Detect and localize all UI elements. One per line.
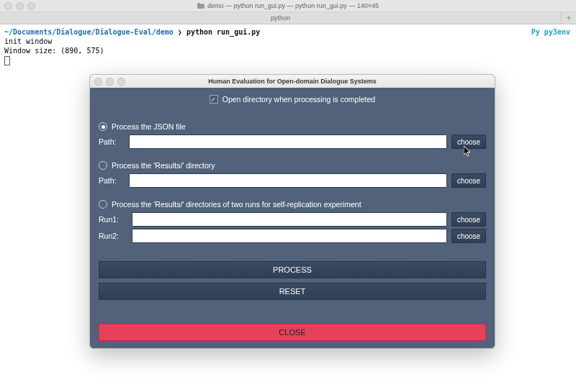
section-results: Process the 'Results/' directory Path: c… <box>99 161 486 190</box>
gui-body: ✓ Open directory when processing is comp… <box>90 88 495 348</box>
radio-replication-row[interactable]: Process the 'Results/' directories of tw… <box>99 200 486 209</box>
terminal-tab-label: python <box>271 14 290 22</box>
json-path-input[interactable] <box>129 135 447 149</box>
open-dir-label: Open directory when processing is comple… <box>222 95 375 104</box>
gui-traffic-lights[interactable] <box>94 78 125 86</box>
radio-json[interactable] <box>99 122 107 131</box>
run1-label: Run1: <box>99 215 127 224</box>
prompt-command: python run_gui.py <box>186 28 260 36</box>
terminal-tabbar: python + <box>0 12 576 24</box>
terminal-line-prompt: ~/Documents/Dialogue/Dialogue-Eval/demo … <box>4 27 572 37</box>
run2-label: Run2: <box>99 232 127 240</box>
terminal-output-line: Window size: (890, 575) <box>4 46 572 55</box>
process-button[interactable]: PROCESS <box>99 261 486 278</box>
prompt-separator: ❯ <box>178 28 182 36</box>
radio-replication[interactable] <box>99 200 107 209</box>
gui-title: Human Evaluation for Open-domain Dialogu… <box>208 78 377 85</box>
reset-button[interactable]: RESET <box>99 283 486 300</box>
radio-json-label: Process the JSON file <box>112 122 186 131</box>
results-path-input[interactable] <box>129 173 447 188</box>
run1-input[interactable] <box>132 212 447 227</box>
radio-results[interactable] <box>99 161 107 170</box>
radio-results-label: Process the 'Results/' directory <box>112 161 215 170</box>
terminal-tab[interactable]: python <box>0 12 561 24</box>
terminal-output-line: init window <box>4 37 572 46</box>
results-choose-button[interactable]: choose <box>451 173 486 188</box>
json-path-row: Path: choose <box>99 135 486 149</box>
action-buttons: PROCESS RESET <box>99 261 486 304</box>
radio-replication-label: Process the 'Results/' directories of tw… <box>112 200 361 209</box>
terminal-titlebar: demo — python run_gui.py — python run_gu… <box>0 0 576 12</box>
json-choose-button[interactable]: choose <box>451 135 486 149</box>
gui-titlebar: Human Evaluation for Open-domain Dialogu… <box>90 75 495 88</box>
traffic-minimize-icon[interactable] <box>16 2 24 10</box>
plus-icon: + <box>566 13 571 23</box>
open-dir-checkbox[interactable]: ✓ <box>210 95 218 104</box>
run1-row: Run1: choose <box>99 212 486 227</box>
section-json: Process the JSON file Path: choose <box>99 122 486 151</box>
terminal-title: demo — python run_gui.py — python run_gu… <box>197 2 379 9</box>
radio-results-row[interactable]: Process the 'Results/' directory <box>99 161 486 170</box>
traffic-zoom-icon[interactable] <box>27 2 35 10</box>
results-path-row: Path: choose <box>99 173 486 188</box>
gui-window: Human Evaluation for Open-domain Dialogu… <box>89 74 495 349</box>
traffic-zoom-icon[interactable] <box>117 78 125 86</box>
run2-row: Run2: choose <box>99 229 486 243</box>
traffic-close-icon[interactable] <box>94 78 102 86</box>
terminal-title-text: demo — python run_gui.py — python run_gu… <box>207 2 379 9</box>
close-button[interactable]: CLOSE <box>99 324 486 341</box>
new-tab-button[interactable]: + <box>561 12 576 24</box>
close-row: CLOSE <box>99 324 486 341</box>
open-dir-checkbox-row: ✓ Open directory when processing is comp… <box>99 95 486 104</box>
folder-icon <box>197 3 204 9</box>
traffic-minimize-icon[interactable] <box>106 78 114 86</box>
radio-json-row[interactable]: Process the JSON file <box>99 122 486 131</box>
prompt-path: ~/Documents/Dialogue/Dialogue-Eval/demo <box>4 28 174 36</box>
run1-choose-button[interactable]: choose <box>451 212 486 227</box>
terminal-cursor <box>4 55 572 68</box>
run2-input[interactable] <box>132 229 447 243</box>
json-path-label: Path: <box>99 137 125 146</box>
results-path-label: Path: <box>99 176 125 185</box>
run2-choose-button[interactable]: choose <box>451 229 486 243</box>
traffic-close-icon[interactable] <box>4 2 12 10</box>
section-replication: Process the 'Results/' directories of tw… <box>99 200 486 245</box>
env-indicator: Py py3env <box>531 27 570 37</box>
terminal-traffic-lights[interactable] <box>4 2 35 10</box>
